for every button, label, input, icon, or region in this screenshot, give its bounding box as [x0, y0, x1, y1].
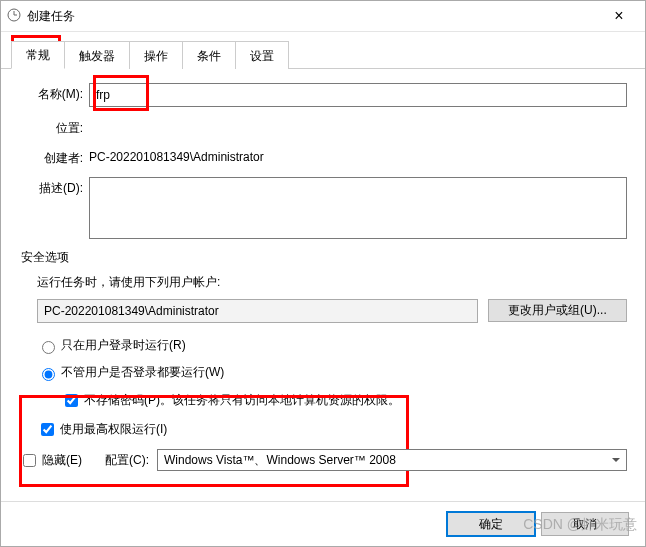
config-select[interactable]: Windows Vista™、Windows Server™ 2008 [157, 449, 627, 471]
config-label: 配置(C): [105, 452, 149, 469]
tab-conditions[interactable]: 条件 [183, 41, 236, 69]
description-label: 描述(D): [19, 177, 89, 197]
name-label: 名称(M): [19, 83, 89, 103]
cancel-button[interactable]: 取消 [541, 512, 629, 536]
author-label: 创建者: [19, 147, 89, 167]
highest-priv-check-input[interactable] [41, 423, 54, 436]
tab-general[interactable]: 常规 [11, 41, 65, 69]
titlebar: 创建任务 × [1, 1, 645, 32]
change-user-button[interactable]: 更改用户或组(U)... [488, 299, 627, 322]
tab-settings[interactable]: 设置 [236, 41, 289, 69]
dialog-button-bar: 确定 取消 [1, 501, 645, 546]
ok-button[interactable]: 确定 [447, 512, 535, 536]
author-value: PC-202201081349\Administrator [89, 147, 264, 164]
tabbar: 常规 触发器 操作 条件 设置 [1, 32, 645, 69]
hidden-check[interactable]: 隐藏(E) [19, 451, 97, 470]
no-store-password-check-input[interactable] [65, 394, 78, 407]
highest-priv-check[interactable]: 使用最高权限运行(I) [37, 420, 627, 439]
security-section-title: 安全选项 [21, 249, 627, 266]
tab-content-general: 名称(M): 位置: 创建者: PC-202201081349\Administ… [1, 69, 645, 501]
location-label: 位置: [19, 117, 89, 137]
create-task-window: 创建任务 × 常规 触发器 操作 条件 设置 名称(M): 位置: 创建者: P… [0, 0, 646, 547]
run-logged-on-radio-input[interactable] [42, 341, 55, 354]
account-input [37, 299, 478, 323]
clock-icon [7, 8, 21, 25]
close-button[interactable]: × [599, 2, 639, 30]
window-title: 创建任务 [27, 8, 599, 25]
use-account-label: 运行任务时，请使用下列用户帐户: [37, 274, 627, 291]
run-always-radio-input[interactable] [42, 368, 55, 381]
description-input[interactable] [89, 177, 627, 239]
run-logged-on-radio[interactable]: 只在用户登录时运行(R) [37, 337, 627, 354]
tab-triggers[interactable]: 触发器 [65, 41, 130, 69]
tab-actions[interactable]: 操作 [130, 41, 183, 69]
name-input[interactable] [89, 83, 627, 107]
no-store-password-check[interactable]: 不存储密码(P)。该任务将只有访问本地计算机资源的权限。 [61, 391, 627, 410]
run-always-radio[interactable]: 不管用户是否登录都要运行(W) [37, 364, 627, 381]
hidden-check-input[interactable] [23, 454, 36, 467]
